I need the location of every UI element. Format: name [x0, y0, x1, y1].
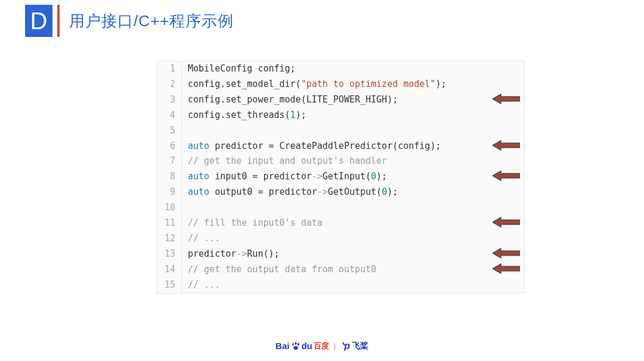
line-number: 5: [157, 123, 182, 139]
code-block: 1MobileConfig config;2config.set_model_d…: [156, 61, 525, 294]
code-line: 5: [157, 123, 524, 139]
pointer-arrow-icon: [493, 170, 520, 183]
code-content: auto output0 = predictor->GetOutput(0);: [182, 185, 398, 200]
code-content: config.set_threads(1);: [182, 108, 306, 123]
code-content: // get the input and output's handler: [182, 154, 387, 169]
slide-header: D 用户接口/C++程序示例: [0, 0, 644, 37]
code-line: 11// fill the input0's data: [157, 216, 524, 231]
code-line: 10: [157, 200, 524, 216]
code-line: 12// ...: [157, 231, 524, 247]
slide-title: 用户接口/C++程序示例: [69, 11, 234, 32]
code-content: [182, 123, 188, 139]
code-line: 8auto input0 = predictor->GetInput(0);: [157, 169, 524, 185]
code-line: 4config.set_threads(1);: [157, 108, 524, 123]
paw-icon: [290, 341, 301, 351]
svg-marker-0: [493, 94, 520, 104]
svg-marker-5: [493, 264, 520, 273]
code-content: // get the output data from output0: [182, 262, 376, 278]
line-number: 13: [157, 247, 182, 262]
code-line: 3config.set_power_mode(LITE_POWER_HIGH);: [157, 92, 524, 108]
logo-divider: |: [334, 341, 336, 350]
pointer-arrow-icon: [493, 140, 520, 153]
code-content: // ...: [182, 231, 220, 247]
paddle-cn: 飞桨: [352, 341, 369, 351]
code-content: config.set_model_dir("path to optimized …: [182, 77, 447, 92]
code-line: 1MobileConfig config;: [157, 61, 524, 77]
baidu-en-prefix: Bai: [275, 341, 289, 351]
svg-marker-3: [493, 217, 520, 227]
line-number: 8: [157, 169, 182, 185]
baidu-en-suffix: du: [301, 341, 312, 351]
code-line: 14// get the output data from output0: [157, 262, 524, 278]
baidu-logo: Bai du 百度: [275, 341, 329, 351]
code-line: 6auto predictor = CreatePaddlePredictor(…: [157, 139, 524, 154]
line-number: 1: [157, 61, 182, 77]
pointer-arrow-icon: [493, 248, 520, 261]
line-number: 11: [157, 216, 182, 231]
accent-bar: [57, 5, 60, 37]
code-content: config.set_power_mode(LITE_POWER_HIGH);: [182, 92, 398, 108]
baidu-cn: 百度: [314, 341, 329, 351]
code-content: predictor->Run();: [182, 247, 280, 262]
code-line: 15// ...: [157, 278, 524, 293]
code-line: 2config.set_model_dir("path to optimized…: [157, 77, 524, 92]
pointer-arrow-icon: [493, 217, 520, 230]
code-content: // fill the input0's data: [182, 216, 323, 231]
svg-point-8: [298, 343, 299, 346]
code-line: 9auto output0 = predictor->GetOutput(0);: [157, 185, 524, 200]
paddle-logo: ᐠp 飞桨: [340, 340, 369, 351]
svg-point-7: [295, 342, 297, 345]
code-content: // ...: [182, 278, 220, 293]
line-number: 3: [157, 92, 182, 108]
code-content: auto predictor = CreatePaddlePredictor(c…: [182, 139, 441, 154]
line-number: 15: [157, 278, 182, 293]
svg-point-6: [292, 343, 294, 346]
code-content: [182, 200, 188, 216]
footer-logos: Bai du 百度 | ᐠp 飞桨: [0, 340, 644, 351]
code-line: 7// get the input and output's handler: [157, 154, 524, 169]
code-content: auto input0 = predictor->GetInput(0);: [182, 169, 387, 185]
line-number: 6: [157, 139, 182, 154]
svg-marker-1: [493, 141, 520, 150]
line-number: 4: [157, 108, 182, 123]
line-number: 9: [157, 185, 182, 200]
line-number: 14: [157, 262, 182, 278]
line-number: 7: [157, 154, 182, 169]
section-badge: D: [25, 5, 52, 37]
svg-marker-2: [493, 171, 520, 181]
code-line: 13predictor->Run();: [157, 247, 524, 262]
line-number: 10: [157, 200, 182, 216]
svg-point-9: [294, 346, 299, 350]
svg-marker-4: [493, 248, 520, 258]
pointer-arrow-icon: [493, 263, 520, 276]
pointer-arrow-icon: [493, 94, 520, 107]
code-content: MobileConfig config;: [182, 61, 296, 77]
paddle-mark: ᐠp: [340, 340, 349, 351]
line-number: 12: [157, 231, 182, 247]
line-number: 2: [157, 77, 182, 92]
